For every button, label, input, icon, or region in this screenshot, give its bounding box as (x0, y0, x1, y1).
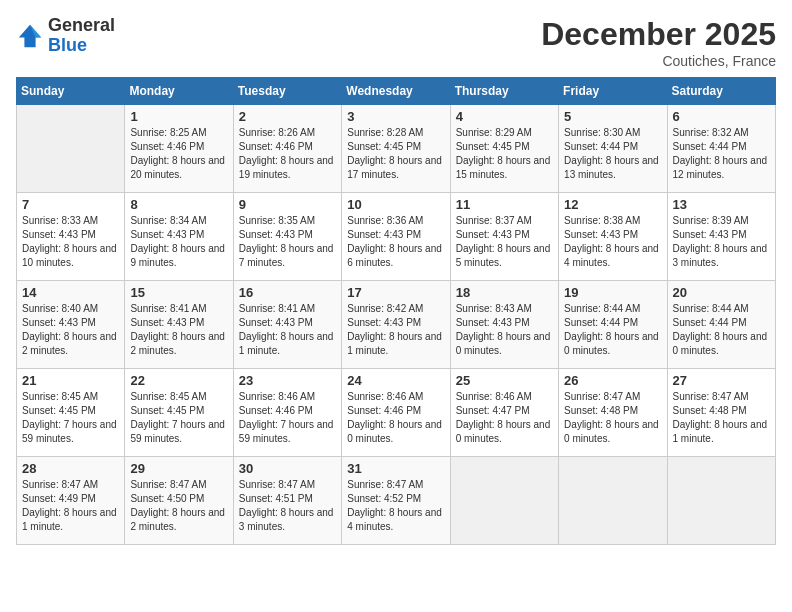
day-number: 9 (239, 197, 336, 212)
calendar-cell: 18Sunrise: 8:43 AMSunset: 4:43 PMDayligh… (450, 281, 558, 369)
calendar-cell: 22Sunrise: 8:45 AMSunset: 4:45 PMDayligh… (125, 369, 233, 457)
day-info: Sunrise: 8:38 AMSunset: 4:43 PMDaylight:… (564, 214, 661, 270)
calendar-cell: 28Sunrise: 8:47 AMSunset: 4:49 PMDayligh… (17, 457, 125, 545)
calendar-cell: 8Sunrise: 8:34 AMSunset: 4:43 PMDaylight… (125, 193, 233, 281)
calendar-cell: 9Sunrise: 8:35 AMSunset: 4:43 PMDaylight… (233, 193, 341, 281)
calendar-cell: 10Sunrise: 8:36 AMSunset: 4:43 PMDayligh… (342, 193, 450, 281)
day-header-monday: Monday (125, 78, 233, 105)
day-number: 25 (456, 373, 553, 388)
day-info: Sunrise: 8:47 AMSunset: 4:48 PMDaylight:… (673, 390, 770, 446)
day-header-thursday: Thursday (450, 78, 558, 105)
calendar-cell: 31Sunrise: 8:47 AMSunset: 4:52 PMDayligh… (342, 457, 450, 545)
calendar-cell (17, 105, 125, 193)
day-info: Sunrise: 8:41 AMSunset: 4:43 PMDaylight:… (130, 302, 227, 358)
day-info: Sunrise: 8:39 AMSunset: 4:43 PMDaylight:… (673, 214, 770, 270)
day-number: 10 (347, 197, 444, 212)
calendar-cell: 16Sunrise: 8:41 AMSunset: 4:43 PMDayligh… (233, 281, 341, 369)
day-number: 2 (239, 109, 336, 124)
calendar-cell: 7Sunrise: 8:33 AMSunset: 4:43 PMDaylight… (17, 193, 125, 281)
day-number: 21 (22, 373, 119, 388)
day-info: Sunrise: 8:44 AMSunset: 4:44 PMDaylight:… (564, 302, 661, 358)
calendar-cell (559, 457, 667, 545)
day-info: Sunrise: 8:25 AMSunset: 4:46 PMDaylight:… (130, 126, 227, 182)
day-info: Sunrise: 8:28 AMSunset: 4:45 PMDaylight:… (347, 126, 444, 182)
logo-icon (16, 22, 44, 50)
calendar-cell: 21Sunrise: 8:45 AMSunset: 4:45 PMDayligh… (17, 369, 125, 457)
day-info: Sunrise: 8:42 AMSunset: 4:43 PMDaylight:… (347, 302, 444, 358)
day-number: 3 (347, 109, 444, 124)
day-info: Sunrise: 8:47 AMSunset: 4:52 PMDaylight:… (347, 478, 444, 534)
day-info: Sunrise: 8:40 AMSunset: 4:43 PMDaylight:… (22, 302, 119, 358)
day-info: Sunrise: 8:45 AMSunset: 4:45 PMDaylight:… (22, 390, 119, 446)
calendar-cell: 24Sunrise: 8:46 AMSunset: 4:46 PMDayligh… (342, 369, 450, 457)
day-info: Sunrise: 8:47 AMSunset: 4:51 PMDaylight:… (239, 478, 336, 534)
day-info: Sunrise: 8:36 AMSunset: 4:43 PMDaylight:… (347, 214, 444, 270)
day-info: Sunrise: 8:33 AMSunset: 4:43 PMDaylight:… (22, 214, 119, 270)
calendar-cell: 14Sunrise: 8:40 AMSunset: 4:43 PMDayligh… (17, 281, 125, 369)
day-info: Sunrise: 8:41 AMSunset: 4:43 PMDaylight:… (239, 302, 336, 358)
day-number: 14 (22, 285, 119, 300)
day-number: 13 (673, 197, 770, 212)
day-info: Sunrise: 8:34 AMSunset: 4:43 PMDaylight:… (130, 214, 227, 270)
calendar-cell: 19Sunrise: 8:44 AMSunset: 4:44 PMDayligh… (559, 281, 667, 369)
calendar-cell: 6Sunrise: 8:32 AMSunset: 4:44 PMDaylight… (667, 105, 775, 193)
calendar-cell: 11Sunrise: 8:37 AMSunset: 4:43 PMDayligh… (450, 193, 558, 281)
day-number: 8 (130, 197, 227, 212)
calendar-cell (450, 457, 558, 545)
calendar-cell: 13Sunrise: 8:39 AMSunset: 4:43 PMDayligh… (667, 193, 775, 281)
calendar-cell: 26Sunrise: 8:47 AMSunset: 4:48 PMDayligh… (559, 369, 667, 457)
day-info: Sunrise: 8:44 AMSunset: 4:44 PMDaylight:… (673, 302, 770, 358)
day-number: 17 (347, 285, 444, 300)
calendar-cell: 29Sunrise: 8:47 AMSunset: 4:50 PMDayligh… (125, 457, 233, 545)
day-info: Sunrise: 8:32 AMSunset: 4:44 PMDaylight:… (673, 126, 770, 182)
day-info: Sunrise: 8:30 AMSunset: 4:44 PMDaylight:… (564, 126, 661, 182)
calendar-cell: 20Sunrise: 8:44 AMSunset: 4:44 PMDayligh… (667, 281, 775, 369)
calendar-cell: 30Sunrise: 8:47 AMSunset: 4:51 PMDayligh… (233, 457, 341, 545)
day-info: Sunrise: 8:29 AMSunset: 4:45 PMDaylight:… (456, 126, 553, 182)
day-number: 5 (564, 109, 661, 124)
day-info: Sunrise: 8:37 AMSunset: 4:43 PMDaylight:… (456, 214, 553, 270)
calendar-cell: 3Sunrise: 8:28 AMSunset: 4:45 PMDaylight… (342, 105, 450, 193)
location: Coutiches, France (541, 53, 776, 69)
day-number: 15 (130, 285, 227, 300)
day-header-friday: Friday (559, 78, 667, 105)
day-header-sunday: Sunday (17, 78, 125, 105)
day-number: 29 (130, 461, 227, 476)
calendar-table: SundayMondayTuesdayWednesdayThursdayFrid… (16, 77, 776, 545)
day-header-saturday: Saturday (667, 78, 775, 105)
day-info: Sunrise: 8:43 AMSunset: 4:43 PMDaylight:… (456, 302, 553, 358)
calendar-cell: 17Sunrise: 8:42 AMSunset: 4:43 PMDayligh… (342, 281, 450, 369)
calendar-cell: 25Sunrise: 8:46 AMSunset: 4:47 PMDayligh… (450, 369, 558, 457)
title-block: December 2025 Coutiches, France (541, 16, 776, 69)
day-info: Sunrise: 8:47 AMSunset: 4:49 PMDaylight:… (22, 478, 119, 534)
day-number: 27 (673, 373, 770, 388)
day-number: 26 (564, 373, 661, 388)
logo: General Blue (16, 16, 115, 56)
calendar-cell (667, 457, 775, 545)
calendar-cell: 15Sunrise: 8:41 AMSunset: 4:43 PMDayligh… (125, 281, 233, 369)
calendar-cell: 4Sunrise: 8:29 AMSunset: 4:45 PMDaylight… (450, 105, 558, 193)
day-number: 7 (22, 197, 119, 212)
calendar-cell: 2Sunrise: 8:26 AMSunset: 4:46 PMDaylight… (233, 105, 341, 193)
day-number: 4 (456, 109, 553, 124)
day-number: 31 (347, 461, 444, 476)
day-number: 19 (564, 285, 661, 300)
day-number: 20 (673, 285, 770, 300)
day-number: 1 (130, 109, 227, 124)
day-number: 12 (564, 197, 661, 212)
page-header: General Blue December 2025 Coutiches, Fr… (16, 16, 776, 69)
logo-text: General Blue (48, 16, 115, 56)
day-number: 28 (22, 461, 119, 476)
day-number: 24 (347, 373, 444, 388)
day-info: Sunrise: 8:47 AMSunset: 4:50 PMDaylight:… (130, 478, 227, 534)
day-info: Sunrise: 8:46 AMSunset: 4:47 PMDaylight:… (456, 390, 553, 446)
day-number: 11 (456, 197, 553, 212)
day-info: Sunrise: 8:46 AMSunset: 4:46 PMDaylight:… (347, 390, 444, 446)
calendar-cell: 23Sunrise: 8:46 AMSunset: 4:46 PMDayligh… (233, 369, 341, 457)
day-number: 30 (239, 461, 336, 476)
calendar-cell: 5Sunrise: 8:30 AMSunset: 4:44 PMDaylight… (559, 105, 667, 193)
day-number: 6 (673, 109, 770, 124)
day-info: Sunrise: 8:35 AMSunset: 4:43 PMDaylight:… (239, 214, 336, 270)
day-info: Sunrise: 8:47 AMSunset: 4:48 PMDaylight:… (564, 390, 661, 446)
day-number: 18 (456, 285, 553, 300)
